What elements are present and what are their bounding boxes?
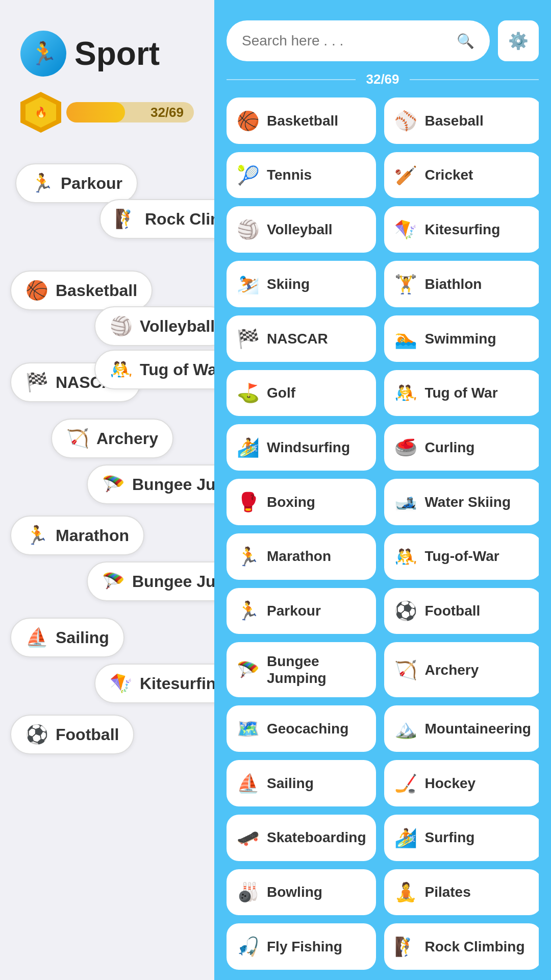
sport-label: Archery <box>96 429 158 448</box>
grid-sport-item-sailing[interactable]: ⛵Sailing <box>227 760 376 806</box>
sport-grid-label: Sailing <box>267 775 314 792</box>
grid-sport-item-golf[interactable]: ⛳Golf <box>227 370 376 416</box>
sport-grid-emoji: 🪁 <box>394 218 417 240</box>
sport-grid-emoji: 🥊 <box>237 491 260 513</box>
sport-emoji: 🏁 <box>26 372 48 393</box>
grid-sport-item-water-skiing[interactable]: 🎿Water Skiing <box>384 479 539 525</box>
sport-grid-label: Skiing <box>267 276 310 293</box>
search-row: 🔍 ⚙️ <box>227 20 539 61</box>
sport-label: Sailing <box>56 628 109 647</box>
left-sport-item-kitesurfing-left[interactable]: 🪁Kitesurfing <box>94 664 214 703</box>
progress-bar-fill <box>66 102 125 122</box>
sport-grid-emoji: 🎾 <box>237 164 260 186</box>
search-icon[interactable]: 🔍 <box>457 33 474 50</box>
sport-label: Marathon <box>56 526 129 545</box>
sport-grid-label: Skateboarding <box>267 829 366 846</box>
grid-sport-item-cricket[interactable]: 🏏Cricket <box>384 152 539 199</box>
left-sport-item-sailing-left[interactable]: ⛵Sailing <box>10 618 124 657</box>
left-sport-item-basketball-left[interactable]: 🏀Basketball <box>10 271 153 310</box>
app-header: 🏃 Sport <box>0 0 214 87</box>
sport-grid-emoji: 🏹 <box>394 659 417 681</box>
left-sport-item-parkour-left[interactable]: 🏃Parkour <box>15 163 138 203</box>
sport-grid-emoji: 🛹 <box>237 827 260 849</box>
search-box[interactable]: 🔍 <box>227 20 490 61</box>
grid-sport-item-rock-climbing[interactable]: 🧗Rock Climbing <box>384 923 539 970</box>
grid-sport-item-basketball[interactable]: 🏀Basketball <box>227 97 376 144</box>
grid-sport-item-skateboarding[interactable]: 🛹Skateboarding <box>227 815 376 861</box>
filter-button[interactable]: ⚙️ <box>498 20 539 61</box>
grid-sport-item-bowling[interactable]: 🎳Bowling <box>227 869 376 916</box>
sport-grid-label: Tennis <box>267 166 312 184</box>
sport-grid-emoji: 🏊 <box>394 328 417 350</box>
progress-section: 🔥 32/69 <box>20 92 194 133</box>
left-sport-item-rock-climbing-left[interactable]: 🧗Rock Climbing <box>99 199 214 239</box>
sport-grid-label: Cricket <box>424 166 473 184</box>
grid-sport-item-swimming[interactable]: 🏊Swimming <box>384 315 539 362</box>
grid-sport-item-nascar[interactable]: 🏁NASCAR <box>227 315 376 362</box>
sport-grid-emoji: ⚾ <box>394 110 417 132</box>
sport-emoji: 🧗 <box>115 208 138 230</box>
sport-grid-emoji: 🏃 <box>237 546 260 568</box>
sport-grid-label: Pilates <box>424 884 470 901</box>
progress-label: 32/69 <box>151 105 184 120</box>
sport-grid-emoji: ⛵ <box>237 772 260 794</box>
grid-sport-item-tennis[interactable]: 🎾Tennis <box>227 152 376 199</box>
sport-grid-label: Baseball <box>424 112 483 130</box>
sport-grid-label: Football <box>424 602 480 620</box>
count-label: 32/69 <box>366 71 399 87</box>
sport-grid-emoji: 🏋️ <box>394 273 417 295</box>
grid-sport-item-skiing[interactable]: ⛷️Skiing <box>227 261 376 307</box>
sport-grid-label: Geocaching <box>267 720 348 738</box>
sport-grid-label: Bowling <box>267 884 322 901</box>
sport-grid-label: Bungee Jumping <box>267 653 366 687</box>
sport-grid-label: Marathon <box>267 548 331 565</box>
left-sport-item-archery-left[interactable]: 🏹Archery <box>51 419 173 458</box>
sport-label: Basketball <box>56 281 137 300</box>
sport-label: Kitesurfing <box>140 674 214 693</box>
left-sport-item-bungee-jumping-left[interactable]: 🪂Bungee Jumping <box>87 464 214 504</box>
left-sport-item-marathon-left[interactable]: 🏃Marathon <box>10 516 144 555</box>
sport-grid-label: Water Skiing <box>424 494 511 511</box>
left-sport-item-bungee-jumping-left2[interactable]: 🪂Bungee Jumping <box>87 561 214 601</box>
app-icon: 🏃 <box>20 31 66 77</box>
grid-sport-item-pilates[interactable]: 🧘Pilates <box>384 869 539 916</box>
sport-grid-emoji: 🏃 <box>237 600 260 622</box>
grid-sport-item-football[interactable]: ⚽Football <box>384 588 539 634</box>
sport-grid-label: NASCAR <box>267 330 328 348</box>
sport-label: Bungee Jumping <box>132 572 214 591</box>
grid-sport-item-archery[interactable]: 🏹Archery <box>384 642 539 697</box>
grid-sport-item-biathlon[interactable]: 🏋️Biathlon <box>384 261 539 307</box>
grid-sport-item-windsurfing[interactable]: 🏄Windsurfing <box>227 424 376 471</box>
sport-grid-emoji: 🏔️ <box>394 718 417 740</box>
left-sport-item-tug-of-war-left[interactable]: 🤼Tug of War <box>94 350 214 389</box>
sport-grid-label: Hockey <box>424 775 475 792</box>
left-sport-item-volleyball-left[interactable]: 🏐Volleyball <box>94 306 214 346</box>
grid-sport-item-baseball[interactable]: ⚾Baseball <box>384 97 539 144</box>
sport-grid-label: Archery <box>424 662 479 679</box>
grid-sport-item-bungee-jumping[interactable]: 🪂Bungee Jumping <box>227 642 376 697</box>
sport-grid-label: Golf <box>267 384 295 402</box>
grid-sport-item-kitesurfing[interactable]: 🪁Kitesurfing <box>384 206 539 253</box>
sport-grid-emoji: 🏄 <box>237 436 260 458</box>
grid-sport-item-parkour[interactable]: 🏃Parkour <box>227 588 376 634</box>
grid-sport-item-curling[interactable]: 🥌Curling <box>384 424 539 471</box>
grid-sport-item-tug-of-war[interactable]: 🤼Tug of War <box>384 370 539 416</box>
sports-grid: 🏀Basketball⚾Baseball🎾Tennis🏏Cricket🏐Voll… <box>227 97 539 980</box>
sport-grid-emoji: 🥌 <box>394 436 417 458</box>
grid-sport-item-fly-fishing[interactable]: 🎣Fly Fishing <box>227 923 376 970</box>
sport-emoji: 🏀 <box>26 280 48 301</box>
sport-emoji: 🤼 <box>110 359 133 380</box>
sport-emoji: 🏐 <box>110 315 133 337</box>
grid-sport-item-volleyball[interactable]: 🏐Volleyball <box>227 206 376 253</box>
grid-sport-item-hockey[interactable]: 🏒Hockey <box>384 760 539 806</box>
grid-sport-item-boxing[interactable]: 🥊Boxing <box>227 479 376 525</box>
grid-sport-item-marathon[interactable]: 🏃Marathon <box>227 533 376 580</box>
sport-label: Bungee Jumping <box>132 475 214 494</box>
left-sport-item-football-left[interactable]: ⚽Football <box>10 715 134 754</box>
sport-label: Football <box>56 725 119 744</box>
grid-sport-item-surfing[interactable]: 🏄Surfing <box>384 815 539 861</box>
search-input[interactable] <box>242 33 448 49</box>
grid-sport-item-tug-of-war2[interactable]: 🤼Tug-of-War <box>384 533 539 580</box>
grid-sport-item-geocaching[interactable]: 🗺️Geocaching <box>227 705 376 752</box>
grid-sport-item-mountaineering[interactable]: 🏔️Mountaineering <box>384 705 539 752</box>
